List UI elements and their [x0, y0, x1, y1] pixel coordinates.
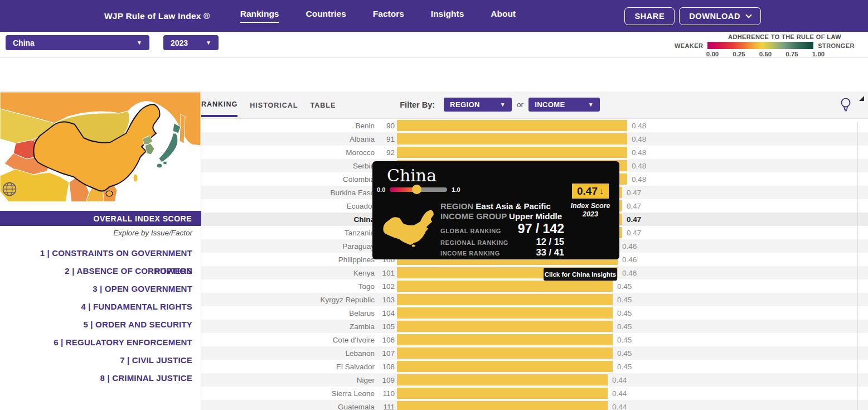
ranking-row[interactable]: Guatemala 111 0.44 — [201, 400, 868, 410]
chevron-down-icon — [745, 12, 751, 18]
overall-index-score-banner[interactable]: OVERALL INDEX SCORE — [0, 211, 201, 226]
ranking-row[interactable]: Cote d'Ivoire 106 0.45 — [201, 333, 868, 346]
income-dropdown-value: INCOME — [535, 100, 565, 109]
country-rank: 104 — [375, 309, 395, 317]
scrollbar-track[interactable] — [857, 122, 858, 410]
east-asia-map — [0, 92, 201, 201]
country-rank: 111 — [375, 403, 395, 410]
year-dropdown[interactable]: 2023 ▼ — [163, 35, 219, 50]
ranking-row[interactable]: Albania 91 0.48 — [201, 132, 868, 146]
score-bar[interactable] — [397, 147, 627, 158]
legend-title: ADHERENCE TO THE RULE OF LAW — [675, 33, 861, 40]
factor-item-2[interactable]: 2 | ABSENCE OF CORRUPTION — [0, 262, 192, 280]
ranking-row[interactable]: Kenya 101 0.46 — [201, 266, 868, 279]
ranking-row[interactable]: Morocco 92 0.48 — [201, 146, 868, 159]
nav-link-countries[interactable]: Countries — [306, 9, 346, 23]
map-island-taiwan[interactable] — [133, 174, 138, 182]
score-bar[interactable] — [397, 120, 627, 131]
tab-historical[interactable]: HISTORICAL — [250, 94, 298, 116]
legend-weaker-label: WEAKER — [675, 42, 703, 49]
income-ranking-line: INCOME RANKING 33 / 41 — [440, 247, 564, 258]
nav-link-insights[interactable]: Insights — [431, 9, 464, 23]
panel-corner-arrow[interactable] — [859, 96, 864, 101]
download-button[interactable]: DOWNLOAD — [679, 7, 761, 25]
top-nav: WJP Rule of Law Index ® RankingsCountrie… — [0, 0, 868, 32]
income-group-line: INCOME GROUP Upper Middle — [440, 211, 564, 221]
map-island — [180, 114, 185, 143]
tooltip-score-slider: 0.0 1.0 — [377, 186, 460, 193]
country-dropdown[interactable]: China ▼ — [6, 35, 149, 50]
dropdown-caret-icon: ▼ — [588, 102, 594, 108]
regional-ranking-value: 12 / 15 — [536, 237, 564, 247]
score-bar[interactable] — [397, 307, 613, 319]
factor-item-3[interactable]: 3 | OPEN GOVERNMENT — [0, 280, 192, 298]
country-name: China — [201, 215, 375, 224]
score-bar[interactable] — [397, 374, 608, 385]
income-group-value: Upper Middle — [509, 211, 562, 221]
ranking-row[interactable]: Belarus 104 0.45 — [201, 306, 868, 320]
country-name: Sierra Leone — [201, 389, 375, 398]
ranking-row[interactable]: Benin 90 0.48 — [201, 119, 868, 132]
score-value: 0.46 — [622, 255, 637, 264]
country-rank: 101 — [375, 269, 395, 277]
ranking-row[interactable]: Zambia 105 0.45 — [201, 320, 868, 333]
map-country-japan[interactable] — [159, 133, 178, 162]
wjp-rankings-page: WJP Rule of Law Index ® RankingsCountrie… — [0, 0, 868, 410]
score-value: 0.47 — [627, 229, 641, 237]
factor-item-1[interactable]: 1 | CONSTRAINTS ON GOVERNMENT POWERS — [0, 244, 192, 262]
ranking-row[interactable]: Niger 109 0.44 — [201, 373, 868, 387]
country-name: Cote d'Ivoire — [201, 336, 375, 344]
country-name: Serbia — [201, 162, 375, 170]
country-name: Albania — [201, 135, 375, 143]
score-bar[interactable] — [397, 401, 608, 410]
score-value: 0.47 — [627, 189, 641, 197]
ranking-row[interactable]: Lebanon 107 0.45 — [201, 346, 868, 360]
country-name: Lebanon — [201, 349, 375, 358]
dropdown-caret-icon: ▼ — [206, 40, 211, 46]
country-name: Morocco — [201, 148, 375, 157]
region-filter-dropdown[interactable]: REGION ▼ — [444, 98, 512, 112]
score-bar[interactable] — [397, 281, 613, 292]
income-ranking-label: INCOME RANKING — [440, 250, 500, 257]
score-bar[interactable] — [397, 388, 608, 399]
year-dropdown-value: 2023 — [171, 38, 188, 47]
factor-item-6[interactable]: 6 | REGULATORY ENFORCEMENT — [0, 334, 192, 351]
factor-list: 1 | CONSTRAINTS ON GOVERNMENT POWERS2 | … — [0, 244, 192, 387]
region-map[interactable] — [0, 91, 201, 201]
click-for-insights-tooltip[interactable]: Click for China Insights — [544, 268, 617, 281]
tab-ranking[interactable]: RANKING — [201, 93, 237, 117]
country-name: El Salvador — [201, 363, 375, 371]
legend-tick-label: 0.00 — [701, 51, 724, 57]
ranking-row[interactable]: Sierra Leone 110 0.44 — [201, 387, 868, 400]
download-button-label: DOWNLOAD — [689, 12, 740, 21]
score-bar[interactable] — [397, 334, 613, 345]
score-bar[interactable] — [397, 133, 627, 144]
country-rank: 110 — [375, 389, 395, 398]
factor-item-8[interactable]: 8 | CRIMINAL JUSTICE — [0, 369, 192, 387]
nav-link-rankings[interactable]: Rankings — [240, 9, 279, 23]
score-value: 0.47 — [627, 215, 641, 224]
score-bar[interactable] — [397, 294, 613, 305]
country-dropdown-value: China — [13, 38, 35, 47]
factor-item-5[interactable]: 5 | ORDER AND SECURITY — [0, 316, 192, 334]
score-bar[interactable] — [397, 361, 613, 372]
nav-links: RankingsCountriesFactorsInsightsAbout — [240, 9, 516, 23]
globe-projection-icon[interactable] — [2, 181, 17, 197]
factor-item-4[interactable]: 4 | FUNDAMENTAL RIGHTS — [0, 298, 192, 316]
panel-tabbar: RANKINGHISTORICALTABLE Filter By: REGION… — [201, 91, 868, 118]
site-title: WJP Rule of Law Index ® — [104, 11, 210, 21]
nav-link-factors[interactable]: Factors — [373, 9, 404, 23]
share-button[interactable]: SHARE — [624, 7, 675, 25]
map-country-south-korea[interactable] — [145, 143, 154, 155]
income-filter-dropdown[interactable]: INCOME ▼ — [528, 98, 600, 112]
score-bar[interactable] — [397, 321, 613, 332]
ranking-row[interactable]: Togo 102 0.45 — [201, 279, 868, 293]
score-bar[interactable] — [397, 348, 613, 359]
insights-lightbulb-icon[interactable] — [840, 97, 852, 113]
nav-link-about[interactable]: About — [491, 9, 516, 23]
ranking-row[interactable]: El Salvador 108 0.45 — [201, 360, 868, 373]
adherence-legend: ADHERENCE TO THE RULE OF LAW WEAKER STRO… — [675, 33, 861, 58]
ranking-row[interactable]: Kyrgyz Republic 103 0.45 — [201, 293, 868, 306]
factor-item-7[interactable]: 7 | CIVIL JUSTICE — [0, 351, 192, 369]
tab-table[interactable]: TABLE — [311, 94, 336, 116]
